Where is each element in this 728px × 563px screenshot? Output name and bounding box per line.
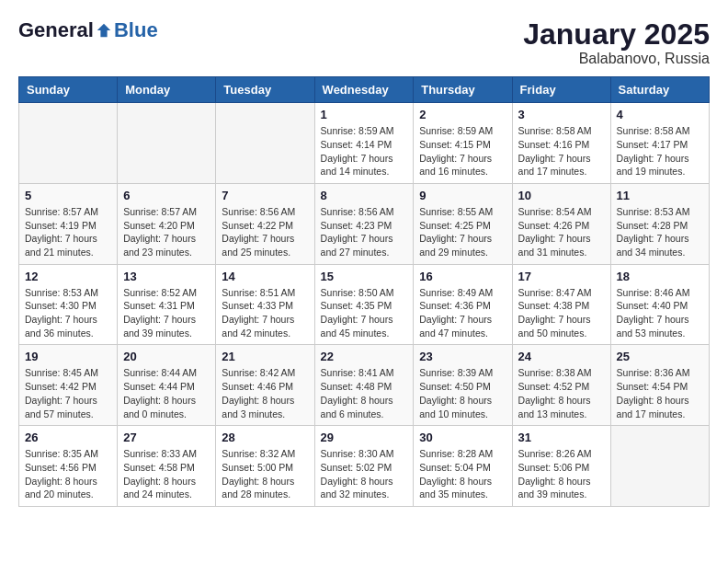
page-header: General Blue January 2025 Balabanovo, Ru… — [18, 18, 710, 67]
day-number: 22 — [321, 350, 408, 363]
title-block: January 2025 Balabanovo, Russia — [523, 18, 710, 67]
calendar-cell: 27Sunrise: 8:33 AMSunset: 4:58 PMDayligh… — [118, 426, 216, 507]
day-info: Sunrise: 8:52 AMSunset: 4:31 PMDaylight:… — [123, 286, 210, 340]
calendar-title: January 2025 — [523, 18, 710, 51]
day-info: Sunrise: 8:32 AMSunset: 5:00 PMDaylight:… — [222, 447, 308, 501]
day-info: Sunrise: 8:28 AMSunset: 5:04 PMDaylight:… — [419, 447, 506, 501]
day-number: 16 — [419, 270, 506, 283]
day-number: 12 — [25, 270, 111, 283]
day-info: Sunrise: 8:39 AMSunset: 4:50 PMDaylight:… — [419, 366, 506, 420]
calendar-cell: 9Sunrise: 8:55 AMSunset: 4:25 PMDaylight… — [414, 183, 512, 264]
day-info: Sunrise: 8:26 AMSunset: 5:06 PMDaylight:… — [518, 447, 605, 501]
calendar-cell: 2Sunrise: 8:59 AMSunset: 4:15 PMDaylight… — [414, 103, 512, 184]
day-number: 10 — [518, 189, 605, 202]
day-number: 14 — [222, 270, 308, 283]
calendar-cell: 20Sunrise: 8:44 AMSunset: 4:44 PMDayligh… — [118, 345, 216, 426]
column-header-friday: Friday — [512, 77, 610, 103]
day-info: Sunrise: 8:58 AMSunset: 4:16 PMDaylight:… — [518, 124, 605, 178]
logo: General Blue — [18, 18, 158, 42]
column-header-sunday: Sunday — [19, 77, 118, 103]
day-info: Sunrise: 8:46 AMSunset: 4:40 PMDaylight:… — [617, 286, 703, 340]
calendar-subtitle: Balabanovo, Russia — [523, 51, 710, 67]
day-number: 7 — [222, 189, 308, 202]
day-info: Sunrise: 8:44 AMSunset: 4:44 PMDaylight:… — [123, 366, 210, 420]
column-header-thursday: Thursday — [414, 77, 512, 103]
day-number: 26 — [25, 431, 111, 444]
day-number: 20 — [123, 350, 210, 363]
calendar-cell: 6Sunrise: 8:57 AMSunset: 4:20 PMDaylight… — [118, 183, 216, 264]
day-number: 13 — [123, 270, 210, 283]
day-number: 25 — [617, 350, 703, 363]
day-info: Sunrise: 8:56 AMSunset: 4:23 PMDaylight:… — [321, 205, 408, 259]
day-number: 27 — [123, 431, 210, 444]
week-row-3: 12Sunrise: 8:53 AMSunset: 4:30 PMDayligh… — [19, 264, 710, 345]
day-info: Sunrise: 8:56 AMSunset: 4:22 PMDaylight:… — [222, 205, 308, 259]
day-info: Sunrise: 8:53 AMSunset: 4:30 PMDaylight:… — [25, 286, 111, 340]
calendar-cell: 28Sunrise: 8:32 AMSunset: 5:00 PMDayligh… — [216, 426, 314, 507]
day-number: 15 — [321, 270, 408, 283]
calendar-cell: 11Sunrise: 8:53 AMSunset: 4:28 PMDayligh… — [610, 183, 709, 264]
day-info: Sunrise: 8:51 AMSunset: 4:33 PMDaylight:… — [222, 286, 308, 340]
calendar-cell: 30Sunrise: 8:28 AMSunset: 5:04 PMDayligh… — [414, 426, 512, 507]
week-row-4: 19Sunrise: 8:45 AMSunset: 4:42 PMDayligh… — [19, 345, 710, 426]
calendar-cell: 5Sunrise: 8:57 AMSunset: 4:19 PMDaylight… — [19, 183, 118, 264]
day-number: 2 — [419, 108, 506, 121]
calendar-cell — [118, 103, 216, 184]
calendar-cell: 18Sunrise: 8:46 AMSunset: 4:40 PMDayligh… — [610, 264, 709, 345]
day-number: 19 — [25, 350, 111, 363]
day-info: Sunrise: 8:54 AMSunset: 4:26 PMDaylight:… — [518, 205, 605, 259]
day-number: 1 — [321, 108, 408, 121]
calendar-cell: 23Sunrise: 8:39 AMSunset: 4:50 PMDayligh… — [414, 345, 512, 426]
day-number: 28 — [222, 431, 308, 444]
day-number: 21 — [222, 350, 308, 363]
calendar-cell: 17Sunrise: 8:47 AMSunset: 4:38 PMDayligh… — [512, 264, 610, 345]
day-number: 31 — [518, 431, 605, 444]
day-info: Sunrise: 8:41 AMSunset: 4:48 PMDaylight:… — [321, 366, 408, 420]
week-row-1: 1Sunrise: 8:59 AMSunset: 4:14 PMDaylight… — [19, 103, 710, 184]
day-number: 8 — [321, 189, 408, 202]
day-info: Sunrise: 8:50 AMSunset: 4:35 PMDaylight:… — [321, 286, 408, 340]
day-number: 5 — [25, 189, 111, 202]
day-number: 4 — [617, 108, 703, 121]
logo-general-text: General — [18, 18, 94, 42]
calendar-table: SundayMondayTuesdayWednesdayThursdayFrid… — [18, 76, 710, 507]
calendar-cell: 31Sunrise: 8:26 AMSunset: 5:06 PMDayligh… — [512, 426, 610, 507]
day-number: 11 — [617, 189, 703, 202]
calendar-cell — [216, 103, 314, 184]
day-info: Sunrise: 8:57 AMSunset: 4:19 PMDaylight:… — [25, 205, 111, 259]
day-info: Sunrise: 8:55 AMSunset: 4:25 PMDaylight:… — [419, 205, 506, 259]
day-info: Sunrise: 8:57 AMSunset: 4:20 PMDaylight:… — [123, 205, 210, 259]
day-number: 24 — [518, 350, 605, 363]
calendar-cell: 12Sunrise: 8:53 AMSunset: 4:30 PMDayligh… — [19, 264, 118, 345]
calendar-cell: 3Sunrise: 8:58 AMSunset: 4:16 PMDaylight… — [512, 103, 610, 184]
calendar-cell — [610, 426, 709, 507]
calendar-cell: 7Sunrise: 8:56 AMSunset: 4:22 PMDaylight… — [216, 183, 314, 264]
week-row-2: 5Sunrise: 8:57 AMSunset: 4:19 PMDaylight… — [19, 183, 710, 264]
calendar-cell: 10Sunrise: 8:54 AMSunset: 4:26 PMDayligh… — [512, 183, 610, 264]
day-number: 30 — [419, 431, 506, 444]
day-info: Sunrise: 8:59 AMSunset: 4:15 PMDaylight:… — [419, 124, 506, 178]
calendar-cell — [19, 103, 118, 184]
calendar-cell: 22Sunrise: 8:41 AMSunset: 4:48 PMDayligh… — [314, 345, 414, 426]
calendar-cell: 19Sunrise: 8:45 AMSunset: 4:42 PMDayligh… — [19, 345, 118, 426]
day-number: 9 — [419, 189, 506, 202]
day-info: Sunrise: 8:42 AMSunset: 4:46 PMDaylight:… — [222, 366, 308, 420]
column-header-tuesday: Tuesday — [216, 77, 314, 103]
calendar-cell: 13Sunrise: 8:52 AMSunset: 4:31 PMDayligh… — [118, 264, 216, 345]
svg-marker-0 — [97, 24, 110, 37]
calendar-cell: 25Sunrise: 8:36 AMSunset: 4:54 PMDayligh… — [610, 345, 709, 426]
calendar-cell: 4Sunrise: 8:58 AMSunset: 4:17 PMDaylight… — [610, 103, 709, 184]
day-number: 29 — [321, 431, 408, 444]
column-header-wednesday: Wednesday — [314, 77, 414, 103]
calendar-cell: 15Sunrise: 8:50 AMSunset: 4:35 PMDayligh… — [314, 264, 414, 345]
day-number: 3 — [518, 108, 605, 121]
day-number: 23 — [419, 350, 506, 363]
day-info: Sunrise: 8:30 AMSunset: 5:02 PMDaylight:… — [321, 447, 408, 501]
day-info: Sunrise: 8:59 AMSunset: 4:14 PMDaylight:… — [321, 124, 408, 178]
day-number: 6 — [123, 189, 210, 202]
day-number: 18 — [617, 270, 703, 283]
calendar-cell: 1Sunrise: 8:59 AMSunset: 4:14 PMDaylight… — [314, 103, 414, 184]
column-header-saturday: Saturday — [610, 77, 709, 103]
calendar-cell: 8Sunrise: 8:56 AMSunset: 4:23 PMDaylight… — [314, 183, 414, 264]
day-number: 17 — [518, 270, 605, 283]
